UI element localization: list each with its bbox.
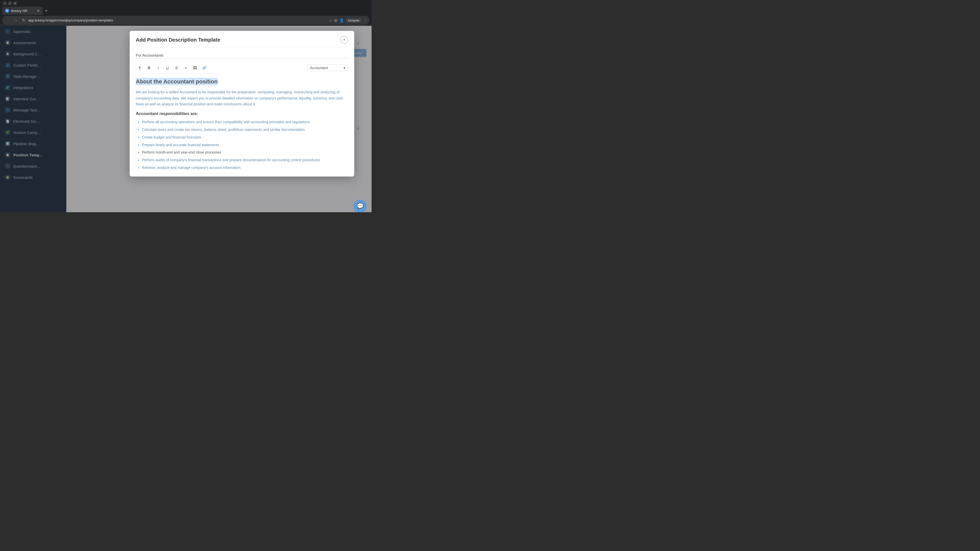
new-tab-button[interactable]: +	[43, 7, 50, 14]
list-item: Prepare timely and accurate financial st…	[142, 142, 347, 148]
tab-bar: B Breezy HR ✕ +	[0, 6, 372, 15]
position-select-value: Accountant	[310, 66, 328, 70]
incognito-badge: Incognito	[346, 18, 361, 22]
window-controls[interactable]: ─ □ ✕	[3, 2, 17, 5]
position-select[interactable]: Accountant ▾	[307, 65, 348, 71]
tab-close-icon[interactable]: ✕	[37, 9, 40, 13]
modal-body: ¶ B I U S ≡ 🖼 🔗 Accountant ▾	[130, 48, 354, 176]
profile-icon[interactable]: 👤	[339, 18, 344, 22]
italic-button[interactable]: I	[154, 64, 162, 72]
strikethrough-button[interactable]: S	[172, 64, 181, 72]
editor-toolbar: ¶ B I U S ≡ 🖼 🔗 Accountant ▾	[136, 62, 348, 74]
menu-icon[interactable]: ⋮	[363, 18, 367, 22]
image-icon: 🖼	[193, 66, 197, 70]
link-button[interactable]: 🔗	[200, 64, 208, 72]
url-display[interactable]: app.breezy.hr/app/c/moodjoy/company/posi…	[28, 18, 327, 22]
browser-chrome: ─ □ ✕ B Breezy HR ✕ + ← → ↻ app.breezy.h…	[0, 0, 372, 25]
address-icons: ☆ ⊞ 👤 Incognito ⋮	[329, 18, 367, 22]
list-button[interactable]: ≡	[182, 64, 190, 72]
tab-favicon: B	[5, 9, 9, 13]
modal-close-button[interactable]: ×	[340, 36, 348, 44]
forward-button[interactable]: →	[13, 17, 19, 23]
active-tab[interactable]: B Breezy HR ✕	[2, 6, 43, 15]
list-item: Perform month-end and year-end close pro…	[142, 149, 347, 156]
template-name-input[interactable]	[136, 52, 348, 59]
add-position-template-modal: Add Position Description Template × ¶ B …	[130, 31, 354, 176]
document-heading: About the Accountant position	[136, 78, 218, 85]
chat-icon: 💬	[357, 203, 364, 210]
reload-button[interactable]: ↻	[21, 17, 26, 23]
page-background: ✓ Approvals 📋 Assessments 🔲 Background C…	[0, 26, 372, 212]
back-button[interactable]: ←	[5, 17, 11, 23]
chevron-down-icon: ▾	[344, 66, 345, 70]
heading-wrapper: About the Accountant position	[136, 78, 347, 86]
modal-title: Add Position Description Template	[136, 37, 220, 43]
extensions-icon[interactable]: ⊞	[334, 18, 337, 22]
close-button[interactable]: ✕	[13, 2, 17, 5]
list-item: Retrieve, analyze and manage company's a…	[142, 165, 347, 171]
title-bar: ─ □ ✕	[0, 0, 372, 6]
list-item: Calculate taxes and create tax returns, …	[142, 127, 347, 133]
chat-button[interactable]: 💬	[354, 200, 366, 212]
bookmark-icon[interactable]: ☆	[329, 18, 332, 22]
tab-title: Breezy HR	[11, 9, 27, 13]
paragraph-button[interactable]: ¶	[136, 64, 144, 72]
bold-button[interactable]: B	[145, 64, 153, 72]
address-bar: ← → ↻ app.breezy.hr/app/c/moodjoy/compan…	[2, 16, 369, 25]
document-list: Perform all accounting operations and en…	[136, 119, 347, 171]
underline-button[interactable]: U	[163, 64, 172, 72]
image-button[interactable]: 🖼	[191, 64, 199, 72]
list-item: Perform all accounting operations and en…	[142, 119, 347, 125]
minimize-button[interactable]: ─	[3, 2, 6, 5]
list-item: Perform audits of company's financial tr…	[142, 157, 347, 163]
document-subheading: Accountant responsibilities are:	[136, 111, 347, 116]
document-paragraph: We are looking for a skilled Accountant …	[136, 89, 347, 107]
maximize-button[interactable]: □	[8, 2, 12, 5]
editor-content[interactable]: About the Accountant position We are loo…	[136, 78, 348, 172]
list-item: Create budget and financial forecasts	[142, 135, 347, 141]
modal-header: Add Position Description Template ×	[130, 31, 354, 48]
link-icon: 🔗	[202, 66, 207, 70]
